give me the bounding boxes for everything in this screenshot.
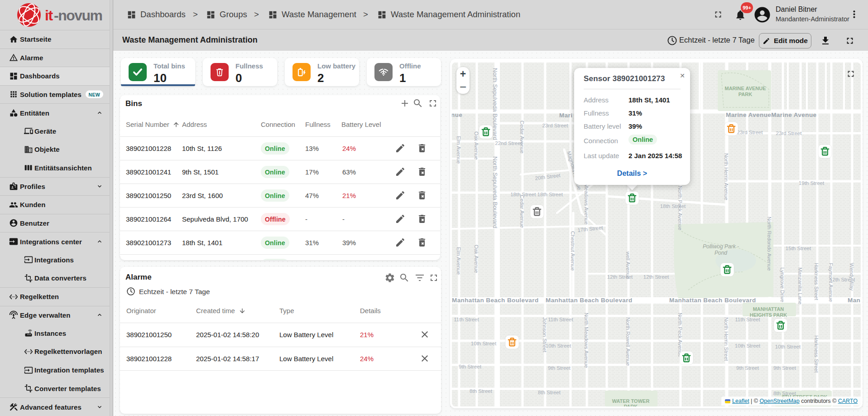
svg-text:Lyngrove Drive: Lyngrove Drive bbox=[780, 267, 785, 302]
svg-text:Johnson Street: Johnson Street bbox=[542, 317, 547, 353]
svg-text:PARK: PARK bbox=[739, 92, 752, 97]
svg-text:MARINE AVENUE: MARINE AVENUE bbox=[724, 86, 766, 91]
svg-text:Manhattan Beach Boulevard: Manhattan Beach Boulevard bbox=[546, 297, 633, 304]
svg-text:North Herrin Avenue: North Herrin Avenue bbox=[724, 153, 729, 200]
svg-text:Wendy Way: Wendy Way bbox=[849, 263, 854, 291]
svg-text:PARK: PARK bbox=[624, 404, 638, 406]
svg-text:North Peck Avenue: North Peck Avenue bbox=[677, 313, 683, 357]
svg-text:Harkness Street: Harkness Street bbox=[814, 335, 819, 373]
svg-text:22nd Street: 22nd Street bbox=[495, 140, 522, 146]
svg-text:well Avenue: well Avenue bbox=[625, 251, 631, 279]
svg-text:Oak Avenue: Oak Avenue bbox=[474, 131, 479, 160]
svg-text:Meadows Avenue: Meadows Avenue bbox=[584, 184, 589, 225]
svg-text:WATER TOWER: WATER TOWER bbox=[612, 398, 650, 404]
svg-text:10th Street: 10th Street bbox=[546, 343, 571, 348]
svg-text:19th Street: 19th Street bbox=[799, 180, 825, 186]
svg-text:9th Street: 9th Street bbox=[736, 365, 759, 371]
svg-text:23rd Street: 23rd Street bbox=[776, 131, 802, 136]
svg-text:Chestnut Avenue: Chestnut Avenue bbox=[570, 231, 575, 271]
svg-text:Manhattan Beach Boulevard: Manhattan Beach Boulevard bbox=[452, 297, 539, 304]
svg-text:Manhattan Beach Boulevard: Manhattan Beach Boulevard bbox=[669, 297, 756, 304]
svg-text:North Rowell Avenue: North Rowell Avenue bbox=[625, 317, 631, 366]
svg-text:9th Street: 9th Street bbox=[548, 365, 571, 371]
svg-text:North Herrin Street: North Herrin Street bbox=[724, 317, 729, 361]
svg-text:MANHATTAN: MANHATTAN bbox=[753, 306, 784, 312]
svg-text:Elm Avenue: Elm Avenue bbox=[456, 247, 461, 275]
svg-text:18th Street 18th Street: 18th Street 18th Street bbox=[510, 192, 563, 197]
svg-text:North Meadows Avenue: North Meadows Avenue bbox=[584, 313, 589, 368]
svg-text:9th Street: 9th Street bbox=[773, 365, 796, 371]
svg-text:North Sepulveda Boulevard: North Sepulveda Boulevard bbox=[492, 156, 499, 228]
svg-text:-novum: -novum bbox=[54, 7, 102, 24]
svg-text:Harkness Street: Harkness Street bbox=[814, 263, 819, 300]
svg-text:Faymont Avenue: Faymont Avenue bbox=[828, 263, 834, 302]
svg-text:Polliwog Park -: Polliwog Park - bbox=[703, 243, 739, 250]
svg-text:HEIGHTS PARK: HEIGHTS PARK bbox=[750, 312, 787, 318]
svg-text:8th Street: 8th Street bbox=[538, 390, 561, 395]
svg-text:North Peck Avenue: North Peck Avenue bbox=[677, 186, 683, 230]
svg-text:Manhattan Beach Bo: Manhattan Beach Bo bbox=[848, 297, 861, 304]
svg-text:8th Street: 8th Street bbox=[470, 388, 493, 394]
svg-text:15th Street: 15th Street bbox=[786, 246, 811, 251]
svg-text:11th Street: 11th Street bbox=[548, 317, 573, 322]
svg-text:it: it bbox=[45, 7, 53, 24]
svg-text:10th Street: 10th Street bbox=[471, 341, 497, 346]
svg-text:Mari: Mari bbox=[559, 112, 572, 119]
svg-text:23rd Street: 23rd Street bbox=[542, 123, 569, 128]
svg-text:Cedar Avenue: Cedar Avenue bbox=[519, 195, 525, 228]
svg-text:Pond: Pond bbox=[715, 250, 727, 256]
svg-text:23rd Street: 23rd Street bbox=[737, 130, 763, 135]
svg-text:Elm Avenue: Elm Avenue bbox=[456, 136, 461, 164]
svg-text:Oak Avenue: Oak Avenue bbox=[474, 245, 479, 273]
svg-text:9th Street: 9th Street bbox=[459, 364, 482, 369]
svg-text:Manzanita Lane: Manzanita Lane bbox=[797, 267, 803, 305]
svg-text:10th Street: 10th Street bbox=[735, 343, 761, 348]
svg-text:11th Street: 11th Street bbox=[454, 317, 479, 322]
svg-text:North Redondo Avenue: North Redondo Avenue bbox=[767, 217, 772, 271]
svg-text:nue: nue bbox=[452, 111, 462, 118]
svg-text:Marine AvenueMarine Avenue: Marine AvenueMarine Avenue bbox=[726, 111, 817, 118]
svg-text:12th Street: 12th Street bbox=[643, 274, 669, 280]
svg-text:Cedar Avenue: Cedar Avenue bbox=[519, 121, 525, 154]
svg-text:10th Street: 10th Street bbox=[775, 344, 801, 349]
